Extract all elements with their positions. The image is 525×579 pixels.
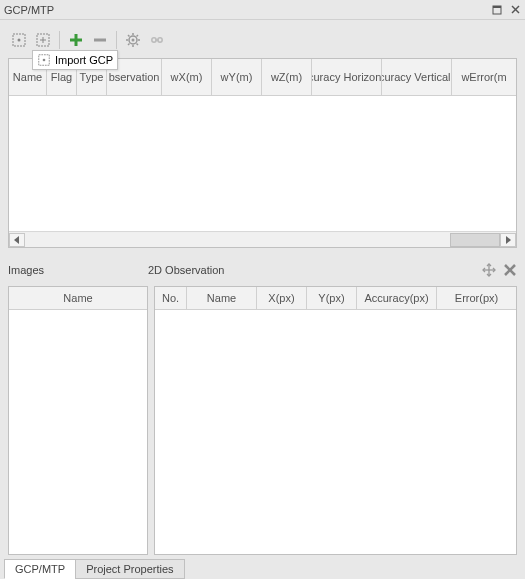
images-section-title: Images [8,264,148,276]
observation-table-body[interactable] [155,310,516,554]
import-gcp-tooltip: Import GCP [32,50,118,70]
undock-icon[interactable] [491,4,503,16]
col-wy[interactable]: wY(m) [212,59,262,95]
toolbar-separator [59,31,60,49]
import-gcp-icon [37,53,51,67]
panel-title: GCP/MTP [4,4,491,16]
obs-col-no[interactable]: No. [155,287,187,309]
delete-icon[interactable] [503,263,517,277]
close-icon[interactable] [509,4,521,16]
svg-marker-28 [506,236,511,244]
horizontal-scrollbar[interactable] [9,231,516,247]
svg-marker-27 [14,236,19,244]
obs-col-y[interactable]: Y(px) [307,287,357,309]
svg-point-5 [18,39,21,42]
observation-section-title: 2D Observation [148,264,481,276]
add-button[interactable] [65,29,87,51]
obs-col-err[interactable]: Error(px) [437,287,516,309]
svg-line-18 [128,35,130,37]
settings-button[interactable] [122,29,144,51]
svg-rect-1 [493,6,501,8]
svg-point-26 [43,59,46,62]
obs-col-acc[interactable]: Accuracy(px) [357,287,437,309]
images-table-body[interactable] [9,310,147,554]
col-werror[interactable]: wError(m [452,59,516,95]
export-gcp-button[interactable] [32,29,54,51]
gcp-mtp-panel: GCP/MTP [0,0,525,579]
obs-col-name[interactable]: Name [187,287,257,309]
svg-line-20 [128,44,130,46]
import-gcp-button[interactable] [8,29,30,51]
svg-point-13 [132,39,135,42]
observation-table[interactable]: No. Name X(px) Y(px) Accuracy(px) Error(… [154,286,517,555]
images-table[interactable]: Name [8,286,148,555]
svg-line-19 [137,44,139,46]
scrollbar-thumb[interactable] [450,233,500,247]
images-col-name[interactable]: Name [9,287,147,309]
tab-gcp-mtp[interactable]: GCP/MTP [4,559,76,579]
scrollbar-track[interactable] [25,233,500,247]
toolbar-separator [116,31,117,49]
col-wz[interactable]: wZ(m) [262,59,312,95]
remove-button[interactable] [89,29,111,51]
bottom-tabs: GCP/MTP Project Properties [0,555,525,579]
col-wx[interactable]: wX(m) [162,59,212,95]
scroll-right-icon[interactable] [500,233,516,247]
images-table-header: Name [9,287,147,310]
observation-table-header: No. Name X(px) Y(px) Accuracy(px) Error(… [155,287,516,310]
col-acc-v[interactable]: Accuracy Vertical(m) [382,59,452,95]
gcp-table[interactable]: Name Flag Type bservation wX(m) wY(m) wZ… [8,58,517,248]
tooltip-label: Import GCP [55,54,113,66]
scroll-left-icon[interactable] [9,233,25,247]
tab-project-properties[interactable]: Project Properties [75,559,184,579]
move-icon[interactable] [481,262,497,278]
col-acc-h[interactable]: Accuracy Horizon(m) [312,59,382,95]
gcp-table-body[interactable] [9,96,516,231]
link-button[interactable] [146,29,168,51]
svg-line-21 [137,35,139,37]
obs-col-x[interactable]: X(px) [257,287,307,309]
toolbar: Import GCP [8,26,517,54]
titlebar: GCP/MTP [0,0,525,20]
